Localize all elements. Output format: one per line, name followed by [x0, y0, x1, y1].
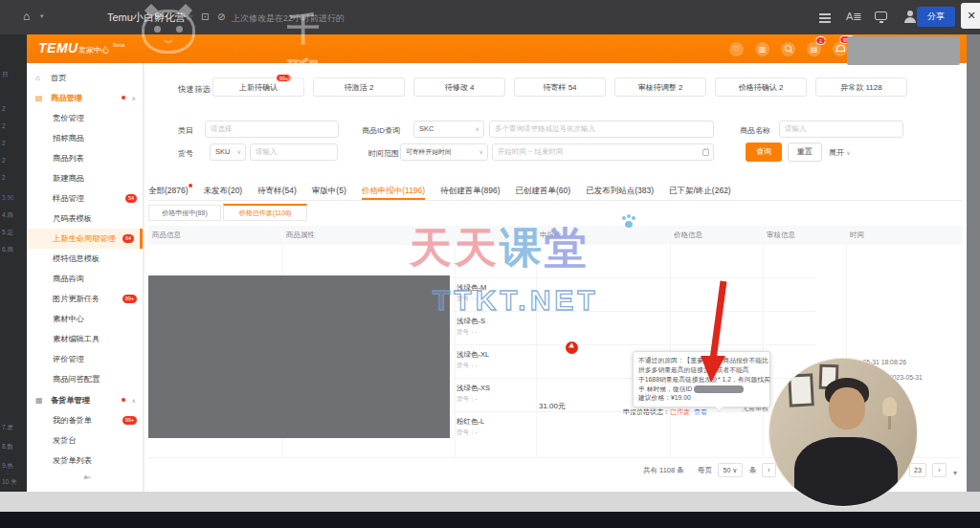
quick-filter-待寄样 54[interactable]: 待寄样 54 [514, 77, 606, 97]
sidebar-item-发货单列表[interactable]: 发货单列表 [27, 451, 143, 471]
background-text-fragment: 9.热 [2, 462, 13, 471]
sidebar-item-素材编辑工具[interactable]: 素材编辑工具 [27, 329, 143, 349]
sidebar-item-尺码表模板[interactable]: 尺码表模板 [27, 209, 143, 229]
font-size-icon[interactable]: A≣ [846, 11, 862, 23]
sku-name: 粉红色-L [457, 417, 543, 427]
category-input[interactable]: 请选择 [205, 121, 339, 138]
art-no-input[interactable]: 请输入 [250, 143, 338, 161]
row-divider [452, 344, 815, 345]
windows-taskbar: 搜索 ∧ ⌷ ⌨ ≋ ◁ 16:32 2023/10/5 [0, 512, 980, 528]
tab-待寄样(54)[interactable]: 待寄样(54) [257, 182, 297, 200]
background-document-strip: 日222223.904.商5.定6.商7.发8.数9.热10.关 [0, 34, 27, 492]
sidebar-item-评价管理[interactable]: 评价管理 [27, 349, 143, 369]
sidebar-item-上新生命周期管理[interactable]: 上新生命周期管理64 [27, 229, 143, 249]
search-button[interactable]: 查询 [746, 143, 782, 162]
tab-已创建首单(60)[interactable]: 已创建首单(60) [516, 182, 571, 200]
temu-logo[interactable]: TEMU [38, 40, 78, 55]
sidebar-item-label: 招标商品 [53, 133, 84, 143]
chevron-down-icon[interactable]: ▾ [40, 12, 44, 20]
chevron-up-icon[interactable]: ∧ [132, 397, 136, 404]
tab-待创建首单(896)[interactable]: 待创建首单(896) [440, 182, 500, 200]
goods-name-input[interactable]: 请输入 [779, 121, 903, 138]
per-page-label: 每页 [698, 466, 712, 475]
tab-未发布(20)[interactable]: 未发布(20) [204, 182, 243, 200]
quick-filter-价格待确认 2[interactable]: 价格待确认 2 [715, 77, 807, 97]
background-text-fragment: 4.商 [2, 211, 13, 220]
next-page-button[interactable]: › [932, 463, 947, 477]
sidebar-item-label: 商品问答配置 [53, 374, 100, 385]
sidebar: ⌂首页▤商品管理∧竞价管理招标商品商品列表新建商品样品管理54尺码表模板上新生命… [27, 63, 144, 492]
sidebar-item-新建商品[interactable]: 新建商品 [27, 168, 143, 188]
art-no-type-select[interactable]: SKU∨ [210, 143, 246, 161]
columns-icon[interactable]: ▥ [755, 42, 769, 56]
search-icon[interactable] [781, 42, 795, 56]
sidebar-item-label: 备货单管理 [51, 395, 90, 406]
scroll-down-icon[interactable]: ▾ [953, 469, 957, 477]
sidebar-item-label: 尺码表模板 [53, 213, 92, 224]
tab-审版中(5)[interactable]: 审版中(5) [312, 182, 346, 200]
count-badge: 99+ [122, 295, 137, 303]
quick-filter-label: 快速筛选 [178, 84, 211, 96]
chevron-up-icon[interactable]: ∧ [132, 95, 136, 101]
goods-id-type-select[interactable]: SKC∨ [413, 121, 484, 138]
sidebar-item-商品管理[interactable]: ▤商品管理∧ [27, 87, 143, 108]
column-header: 价格信息 [670, 226, 763, 245]
sidebar-item-首页[interactable]: ⌂首页 [27, 68, 143, 87]
home-icon[interactable]: ⌂ [23, 10, 30, 23]
time-type-select[interactable]: 可寄样开始时间∨ [400, 143, 488, 161]
goods-id-input[interactable]: 多个查询请空格或逗号依次输入 [489, 121, 714, 138]
sidebar-item-label: 模特信息模板 [53, 253, 100, 264]
reset-button[interactable]: 重置 [788, 143, 822, 162]
sidebar-item-模特信息模板[interactable]: 模特信息模板 [27, 249, 143, 269]
prev-page-button[interactable]: ‹ [762, 463, 776, 477]
background-text-fragment: 5.定 [2, 229, 13, 237]
category-label: 类目 [178, 125, 193, 136]
background-text-fragment: 2 [2, 140, 6, 146]
menu-icon[interactable] [819, 13, 831, 15]
collaborator-icon[interactable] [903, 11, 917, 24]
time-range-label: 时间范围 [368, 148, 399, 159]
lamp [882, 397, 897, 416]
tab-已下架/终止(262)[interactable]: 已下架/终止(262) [669, 182, 731, 200]
heart-icon[interactable]: ♡ [729, 42, 744, 56]
bell-icon[interactable] [833, 42, 847, 56]
page-size-select[interactable]: 50 ∨ [718, 463, 743, 477]
background-text-fragment: 8.数 [2, 443, 13, 451]
goods-id-label: 商品ID查询 [362, 125, 400, 136]
sku-code: 货号：- [457, 362, 543, 370]
expand-toggle[interactable]: 展开 ∨ [829, 147, 851, 158]
tab-已发布到站点(383)[interactable]: 已发布到站点(383) [586, 182, 654, 200]
sidebar-item-备货单管理[interactable]: ▦备货单管理∧ [27, 389, 143, 410]
tab-价格申报中(1196)[interactable]: 价格申报中(1196) [362, 182, 425, 200]
sidebar-item-label: 商品管理 [51, 93, 82, 103]
date-range-input[interactable]: 开始时间 ~ 结束时间 [492, 143, 714, 161]
collapse-sidebar-icon[interactable]: ⇤ [84, 473, 92, 482]
close-button[interactable]: ✕ [961, 3, 980, 29]
sidebar-item-商品问答配置[interactable]: 商品问答配置 [27, 369, 143, 389]
beta-tag: Beta [113, 42, 124, 48]
subtab-price-declaring[interactable]: 价格申报中(88) [148, 205, 221, 221]
sidebar-item-招标商品[interactable]: 招标商品 [27, 128, 143, 148]
sidebar-item-发货台[interactable]: 发货台 [27, 430, 143, 451]
sidebar-item-商品列表[interactable]: 商品列表 [27, 148, 143, 168]
background-text-fragment: 日 [2, 71, 9, 79]
share-button[interactable]: 分享 [917, 7, 955, 27]
tab-全部(2876)[interactable]: 全部(2876) [148, 182, 189, 200]
paw-icon [622, 216, 635, 228]
sidebar-item-label: 评价管理 [53, 354, 84, 364]
open-in-window-icon[interactable]: ⊡ [201, 11, 209, 22]
quick-filter-异常款 1128[interactable]: 异常款 1128 [815, 77, 907, 97]
present-icon[interactable] [875, 11, 887, 20]
sidebar-item-竞价管理[interactable]: 竞价管理 [27, 108, 143, 128]
sku-code: 货号：- [457, 328, 543, 337]
background-text-fragment: 2 [2, 105, 6, 112]
sidebar-item-我的备货单[interactable]: 我的备货单99+ [27, 410, 143, 430]
subtab-price-voided[interactable]: 价格已作废(1108) [223, 204, 307, 221]
quick-filter-审核待调整 2[interactable]: 审核待调整 2 [614, 77, 706, 97]
quick-filter-待修改 4[interactable]: 待修改 4 [413, 77, 505, 97]
sidebar-item-图片更新任务[interactable]: 图片更新任务99+ [27, 289, 143, 309]
sidebar-item-素材中心[interactable]: 素材中心 [27, 309, 143, 329]
page-23-button[interactable]: 23 [909, 463, 926, 477]
sidebar-item-样品管理[interactable]: 样品管理54 [27, 188, 143, 209]
sidebar-item-商品咨询[interactable]: 商品咨询 [27, 269, 143, 289]
